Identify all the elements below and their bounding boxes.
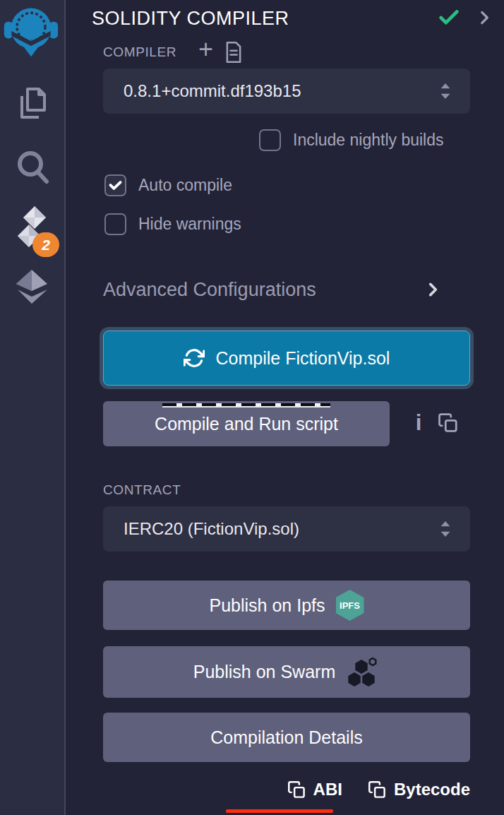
search-icon[interactable] [15,148,50,186]
publish-ipfs-label: Publish on Ipfs [210,595,325,616]
info-icon[interactable]: i [412,410,426,436]
hide-warnings-checkbox[interactable]: Hide warnings [104,213,241,235]
compile-button-label: Compile FictionVip.sol [216,348,390,369]
compiler-section-label: COMPILER [103,44,176,60]
compiler-version-select[interactable]: 0.8.1+commit.df193b15 [103,69,470,114]
file-explorer-icon[interactable] [15,85,50,123]
solidity-compiler-panel: SOLIDITY COMPILER COMPILER + 0.8.1+commi… [67,0,504,815]
deploy-and-run-icon[interactable] [15,268,50,307]
copy-icon [368,780,387,799]
copy-abi-button[interactable]: ABI [287,780,342,799]
publish-on-ipfs-button[interactable]: Publish on Ipfs IPFS [103,581,470,630]
compiler-badge-count[interactable]: 2 [32,232,59,257]
checkbox-unchecked-icon [104,213,126,235]
add-compiler-icon[interactable]: + [198,37,213,62]
compile-and-run-label: Compile and Run script [155,414,338,434]
copy-bytecode-button[interactable]: Bytecode [368,780,470,799]
dashed-selection-line [162,403,330,408]
publish-swarm-label: Publish on Swarm [193,662,335,682]
contract-select[interactable]: IERC20 (FictionVip.sol) [103,506,470,552]
select-updown-icon [438,518,453,540]
page-title: SOLIDITY COMPILER [92,8,289,30]
remix-solidity-compiler-panel: 2 SOLIDITY COMPILER COMPILER + [0,0,504,815]
resize-indicator-line[interactable] [226,809,333,813]
compile-and-run-button[interactable]: Compile and Run script [103,401,390,446]
select-updown-icon [438,81,453,102]
compilation-details-label: Compilation Details [210,727,362,748]
include-nightly-checkbox[interactable]: Include nightly builds [259,129,444,151]
publish-on-swarm-button[interactable]: Publish on Swarm [103,646,470,698]
checkbox-label: Auto compile [138,176,232,195]
refresh-icon [184,347,205,369]
copy-icon [287,780,306,799]
icon-panel: 2 [0,0,66,815]
compilation-details-button[interactable]: Compilation Details [103,713,470,762]
checkbox-label: Hide warnings [138,215,241,234]
copy-icon[interactable] [438,412,459,434]
chevron-right-icon [424,279,442,300]
abi-label: ABI [313,780,342,799]
checkbox-unchecked-icon [259,129,281,151]
open-file-icon[interactable] [224,41,244,64]
advanced-configurations-label: Advanced Configurations [103,279,316,301]
ipfs-logo-icon: IPFS [336,590,364,621]
compile-success-check-icon [437,6,461,30]
swarm-logo-icon [346,655,380,689]
copy-artifacts-row: ABI Bytecode [103,780,470,799]
checkbox-checked-icon [104,174,126,196]
compiler-version-value: 0.8.1+commit.df193b15 [124,81,438,101]
contract-section-label: CONTRACT [103,482,181,498]
compile-button[interactable]: Compile FictionVip.sol [103,331,470,386]
contract-select-value: IERC20 (FictionVip.sol) [124,519,438,539]
auto-compile-checkbox[interactable]: Auto compile [104,174,232,196]
remix-logo-icon[interactable] [3,3,59,59]
checkbox-label: Include nightly builds [293,131,444,150]
bytecode-label: Bytecode [394,780,470,799]
collapse-panel-chevron-icon[interactable] [475,8,493,28]
advanced-configurations-toggle[interactable]: Advanced Configurations [103,275,470,304]
